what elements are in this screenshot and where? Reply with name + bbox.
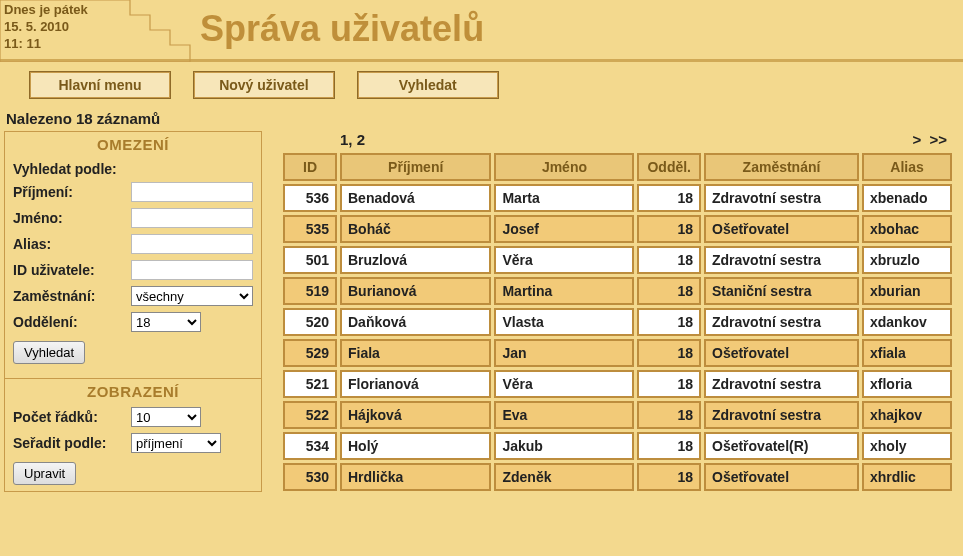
id-uzivatele-input[interactable] — [131, 260, 253, 280]
cell-id: 521 — [283, 370, 337, 398]
cell-prijmeni: Bruzlová — [340, 246, 491, 274]
th-oddel[interactable]: Odděl. — [637, 153, 701, 181]
jmeno-label: Jméno: — [13, 210, 63, 226]
th-prijmeni[interactable]: Příjmení — [340, 153, 491, 181]
table-row[interactable]: 536BenadováMarta18Zdravotní sestraxbenad… — [283, 184, 952, 212]
table-row[interactable]: 530HrdličkaZdeněk18Ošetřovatelxhrdlic — [283, 463, 952, 491]
cell-prijmeni: Fiala — [340, 339, 491, 367]
users-table: ID Příjmení Jméno Odděl. Zaměstnání Alia… — [280, 150, 955, 494]
id-uzivatele-label: ID uživatele: — [13, 262, 95, 278]
table-row[interactable]: 501BruzlováVěra18Zdravotní sestraxbruzlo — [283, 246, 952, 274]
results-count: Nalezeno 18 záznamů — [6, 110, 963, 127]
date-dayname: Dnes je pátek — [4, 2, 88, 19]
table-row[interactable]: 520DaňkováVlasta18Zdravotní sestraxdanko… — [283, 308, 952, 336]
table-row[interactable]: 521FlorianováVěra18Zdravotní sestraxflor… — [283, 370, 952, 398]
cell-oddel: 18 — [637, 339, 701, 367]
cell-alias: xbenado — [862, 184, 952, 212]
cell-oddel: 18 — [637, 370, 701, 398]
pager-pages[interactable]: 1, 2 — [340, 131, 365, 148]
cell-zamestnani: Ošetřovatel — [704, 215, 859, 243]
alias-label: Alias: — [13, 236, 51, 252]
prijmeni-input[interactable] — [131, 182, 253, 202]
seradit-podle-label: Seřadit podle: — [13, 435, 106, 451]
cell-jmeno: Vlasta — [494, 308, 634, 336]
cell-prijmeni: Benadová — [340, 184, 491, 212]
cell-prijmeni: Holý — [340, 432, 491, 460]
cell-oddel: 18 — [637, 308, 701, 336]
cell-prijmeni: Hájková — [340, 401, 491, 429]
time-value: 11: 11 — [4, 36, 88, 53]
cell-zamestnani: Zdravotní sestra — [704, 246, 859, 274]
cell-zamestnani: Zdravotní sestra — [704, 184, 859, 212]
pager-last[interactable]: >> — [929, 131, 947, 148]
cell-alias: xfiala — [862, 339, 952, 367]
main-menu-button[interactable]: Hlavní menu — [30, 72, 170, 98]
seradit-podle-select[interactable]: příjmení — [131, 433, 221, 453]
filter-header: OMEZENÍ — [5, 132, 261, 157]
cell-oddel: 18 — [637, 277, 701, 305]
cell-id: 501 — [283, 246, 337, 274]
cell-zamestnani: Staniční sestra — [704, 277, 859, 305]
display-header: ZOBRAZENÍ — [5, 379, 261, 404]
cell-id: 536 — [283, 184, 337, 212]
alias-input[interactable] — [131, 234, 253, 254]
cell-jmeno: Martina — [494, 277, 634, 305]
upravit-button[interactable]: Upravit — [13, 462, 76, 485]
search-by-label: Vyhledat podle: — [5, 157, 261, 179]
header-area: Dnes je pátek 15. 5. 2010 11: 11 Správa … — [0, 0, 963, 62]
table-row[interactable]: 534HolýJakub18Ošetřovatel(R)xholy — [283, 432, 952, 460]
cell-oddel: 18 — [637, 401, 701, 429]
cell-oddel: 18 — [637, 432, 701, 460]
cell-id: 522 — [283, 401, 337, 429]
cell-alias: xbruzlo — [862, 246, 952, 274]
cell-oddel: 18 — [637, 184, 701, 212]
table-row[interactable]: 535BoháčJosef18Ošetřovatelxbohac — [283, 215, 952, 243]
cell-alias: xhrdlic — [862, 463, 952, 491]
zamestnani-select[interactable]: všechny — [131, 286, 253, 306]
prijmeni-label: Příjmení: — [13, 184, 73, 200]
cell-prijmeni: Boháč — [340, 215, 491, 243]
date-box: Dnes je pátek 15. 5. 2010 11: 11 — [4, 2, 88, 53]
cell-jmeno: Eva — [494, 401, 634, 429]
cell-id: 530 — [283, 463, 337, 491]
cell-id: 535 — [283, 215, 337, 243]
pocet-radku-label: Počet řádků: — [13, 409, 98, 425]
th-zamestnani[interactable]: Zaměstnání — [704, 153, 859, 181]
search-button-top[interactable]: Vyhledat — [358, 72, 498, 98]
pager: 1, 2 > >> — [280, 131, 955, 150]
new-user-button[interactable]: Nový uživatel — [194, 72, 334, 98]
oddeleni-label: Oddělení: — [13, 314, 78, 330]
cell-jmeno: Jan — [494, 339, 634, 367]
cell-id: 534 — [283, 432, 337, 460]
cell-zamestnani: Zdravotní sestra — [704, 308, 859, 336]
th-jmeno[interactable]: Jméno — [494, 153, 634, 181]
table-row[interactable]: 522HájkováEva18Zdravotní sestraxhajkov — [283, 401, 952, 429]
cell-jmeno: Josef — [494, 215, 634, 243]
cell-oddel: 18 — [637, 463, 701, 491]
vyhledat-button[interactable]: Vyhledat — [13, 341, 85, 364]
zamestnani-label: Zaměstnání: — [13, 288, 95, 304]
cell-alias: xhajkov — [862, 401, 952, 429]
th-alias[interactable]: Alias — [862, 153, 952, 181]
cell-jmeno: Marta — [494, 184, 634, 212]
oddeleni-select[interactable]: 18 — [131, 312, 201, 332]
table-header-row: ID Příjmení Jméno Odděl. Zaměstnání Alia… — [283, 153, 952, 181]
cell-alias: xfloria — [862, 370, 952, 398]
jmeno-input[interactable] — [131, 208, 253, 228]
table-row[interactable]: 529FialaJan18Ošetřovatelxfiala — [283, 339, 952, 367]
cell-jmeno: Jakub — [494, 432, 634, 460]
cell-prijmeni: Florianová — [340, 370, 491, 398]
pocet-radku-select[interactable]: 10 — [131, 407, 201, 427]
pager-next[interactable]: > — [913, 131, 922, 148]
cell-zamestnani: Ošetřovatel — [704, 463, 859, 491]
menu-row: Hlavní menu Nový uživatel Vyhledat — [0, 62, 963, 106]
table-area: 1, 2 > >> ID Příjmení Jméno Odděl. Zaměs… — [280, 131, 963, 494]
cell-id: 529 — [283, 339, 337, 367]
page-title: Správa uživatelů — [200, 8, 484, 50]
cell-prijmeni: Daňková — [340, 308, 491, 336]
cell-zamestnani: Ošetřovatel(R) — [704, 432, 859, 460]
filter-panel: OMEZENÍ Vyhledat podle: Příjmení: Jméno:… — [4, 131, 262, 492]
table-row[interactable]: 519BurianováMartina18Staniční sestraxbur… — [283, 277, 952, 305]
cell-zamestnani: Zdravotní sestra — [704, 401, 859, 429]
th-id[interactable]: ID — [283, 153, 337, 181]
